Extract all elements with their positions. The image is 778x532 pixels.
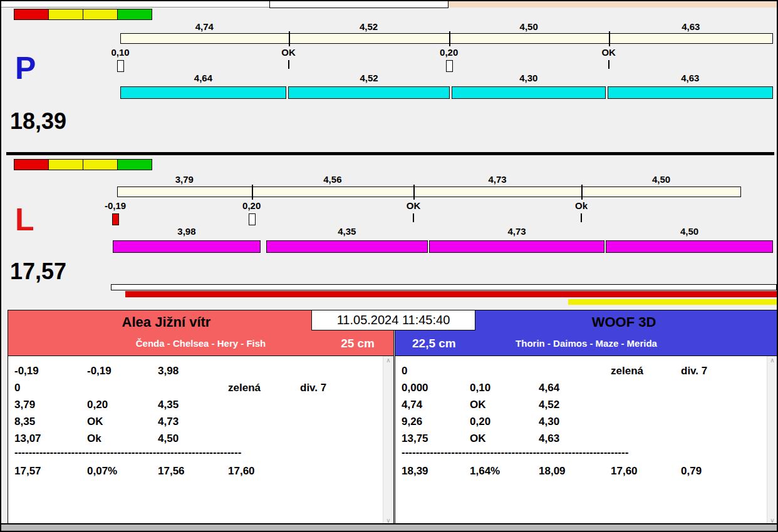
table-cell: -0,19 [14, 362, 87, 379]
run-split-value: 4,30 [504, 73, 554, 83]
gate-penalty-label: OK [584, 47, 634, 58]
table-cell: div. 7 [300, 379, 326, 396]
team-panel-left: Alea Jižní vítr Čenda - Chelsea - Hery -… [8, 310, 394, 526]
table-cell: zelená [228, 379, 300, 396]
lane-P: P 18,39 4,744,524,504,630,10OK0,20OK4,64… [8, 8, 773, 151]
run-split-segment [429, 240, 604, 253]
table-cell: 0 [402, 362, 470, 379]
gate-marker-box [112, 213, 119, 225]
table-cell: -0,19 [87, 362, 158, 379]
table-cell [228, 413, 300, 430]
table-cell: 4,30 [539, 413, 611, 430]
gate-marker-tick [413, 213, 414, 222]
split-reference-bar [117, 187, 741, 197]
segment-tick [581, 185, 583, 200]
gate-penalty-label: 0,20 [227, 200, 277, 211]
segment-tick [609, 31, 610, 46]
team-panel-right: WOOF 3D 22,5 cm Thorin - Daimos - Maze -… [395, 310, 778, 526]
table-cell: 0 [14, 379, 87, 396]
gate-marker-tick [581, 213, 582, 222]
run-split-value: 4,63 [665, 73, 715, 83]
table-cell: 0,20 [87, 396, 158, 413]
reference-split-value: 4,56 [308, 174, 358, 185]
segment-tick [449, 31, 450, 46]
status-indicator-block [117, 9, 152, 20]
gate-penalty-label: OK [388, 200, 438, 211]
run-split-value: 4,50 [665, 226, 715, 237]
table-row: 13,07Ok4,50 [8, 430, 393, 447]
table-cell: OK [470, 396, 539, 413]
segment-tick [289, 31, 290, 46]
progress-bar-red [125, 291, 777, 297]
reference-split-value: 4,52 [344, 21, 394, 32]
table-cell [228, 362, 300, 379]
table-cell [611, 413, 681, 430]
gate-marker-tick [288, 60, 289, 69]
table-row: 0zelenádiv. 7 [395, 362, 777, 379]
table-cell: 3,79 [14, 396, 87, 413]
lane-divider [6, 152, 774, 155]
gate-penalty-label: 0,10 [95, 47, 145, 58]
table-cell: 9,26 [402, 413, 470, 430]
table-cell: 0,000 [402, 379, 470, 396]
team-left-jump-height: 25 cm [341, 333, 375, 354]
segment-tick [413, 185, 415, 200]
datetime-display: 11.05.2024 11:45:40 [311, 310, 475, 330]
table-cell: 4,50 [158, 430, 228, 447]
status-indicator-block [14, 159, 49, 170]
run-split-segment [113, 240, 261, 253]
run-split-segment [608, 86, 773, 99]
table-cell: 18,39 [402, 463, 470, 479]
table-row: 17,570,07%17,5617,60 [8, 463, 393, 479]
scrollbar-right[interactable]: ∧ ∨ [767, 356, 777, 525]
status-indicator-block [117, 159, 152, 170]
reference-split-value: 4,50 [504, 21, 554, 32]
table-row: 18,391,64%18,0917,600,79 [395, 463, 777, 479]
gate-marker-box [446, 60, 453, 72]
table-cell: 13,75 [402, 430, 470, 447]
run-split-value: 4,35 [322, 226, 372, 237]
lane-P-letter: P [15, 53, 36, 84]
scrollbar-left[interactable]: ∧ ∨ [383, 356, 393, 525]
table-cell [158, 379, 228, 396]
scroll-up-icon[interactable]: ∧ [386, 357, 390, 364]
table-row: 9,260,204,30 [395, 413, 777, 430]
table-cell: 17,57 [14, 463, 87, 479]
table-cell: 0,20 [470, 413, 539, 430]
table-separator: ----------------------------------------… [8, 447, 393, 459]
table-cell: 4,35 [158, 396, 228, 413]
team-left-results-table: ∧ ∨ -0,19-0,193,980zelenádiv. 73,790,204… [8, 356, 393, 525]
table-cell: 4,52 [539, 396, 611, 413]
top-strip-right [449, 1, 777, 8]
progress-track [111, 284, 777, 290]
table-cell: Ok [87, 430, 158, 447]
lane-L-letter: L [15, 204, 34, 235]
run-split-value: 4,73 [492, 226, 542, 237]
gate-penalty-label: 0,20 [424, 47, 474, 58]
table-cell: 4,64 [539, 379, 611, 396]
table-cell [228, 430, 300, 447]
run-split-segment [120, 86, 286, 99]
run-split-value: 4,52 [344, 73, 394, 83]
status-indicator-block [83, 9, 118, 20]
reference-split-value: 4,73 [472, 174, 522, 185]
status-indicator-block [83, 159, 118, 170]
table-cell [87, 379, 158, 396]
table-cell [611, 379, 681, 396]
app-window: P 18,39 4,744,524,504,630,10OK0,20OK4,64… [0, 0, 778, 532]
lane-L-total-time: 17,57 [10, 260, 66, 283]
table-cell: zelená [611, 362, 681, 379]
table-cell: OK [87, 413, 158, 430]
scroll-up-icon[interactable]: ∧ [770, 357, 774, 364]
table-cell [611, 396, 681, 413]
table-cell: 17,56 [158, 463, 228, 479]
table-cell: div. 7 [681, 362, 707, 379]
lane-P-indicator-lights [14, 9, 152, 20]
gate-marker-box [117, 60, 124, 72]
table-row: -0,19-0,193,98 [8, 362, 393, 379]
split-reference-bar [120, 33, 773, 44]
status-indicator-block [48, 159, 83, 170]
team-right-results-table: ∧ ∨ 0zelenádiv. 70,0000,104,644,74OK4,52… [395, 356, 777, 525]
table-cell [539, 362, 611, 379]
table-cell: 0,07% [87, 463, 158, 479]
